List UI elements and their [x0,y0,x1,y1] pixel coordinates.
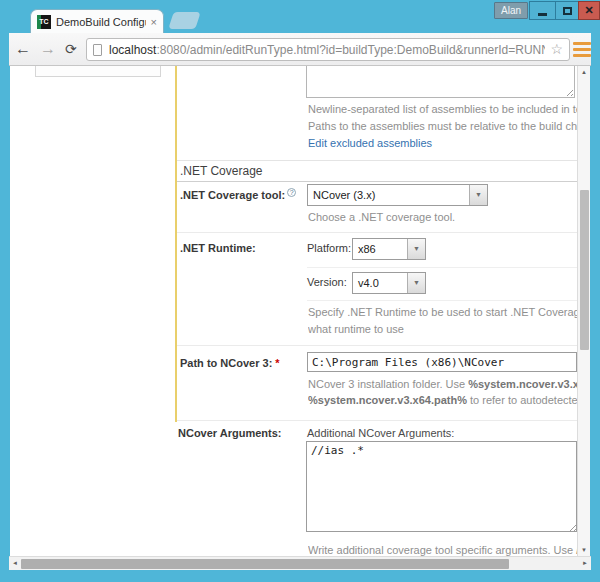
chrome-menu-icon[interactable] [573,41,591,58]
ncover-args-sublabel: Additional NCover Arguments: [307,427,454,439]
coverage-tool-label-text: .NET Coverage tool: [180,189,285,201]
dropdown-arrow-icon[interactable]: ▼ [469,185,487,205]
url-host: localhost [109,43,156,57]
row-divider [177,345,577,346]
scroll-right-icon[interactable]: ► [579,557,591,570]
close-window-button[interactable]: ✕ [578,1,600,20]
forward-icon[interactable]: → [40,37,56,61]
reload-icon[interactable]: ⟳ [65,37,77,61]
runtime-label: .NET Runtime: [180,242,256,254]
assemblies-textarea[interactable] [306,66,575,98]
browser-toolbar: ← → ⟳ localhost:8080/admin/editRunType.h… [9,33,591,66]
teamcity-favicon-icon: TC [37,15,51,29]
dropdown-arrow-icon[interactable]: ▼ [407,273,425,293]
vertical-scrollbar-thumb[interactable] [580,190,589,350]
ncover-args-textarea[interactable]: //ias .* [306,441,577,532]
horizontal-scrollbar-thumb[interactable] [21,559,509,569]
url-text[interactable]: localhost:8080/admin/editRunType.html?id… [109,43,545,57]
platform-label: Platform: [307,242,351,254]
version-value: v4.0 [358,277,379,289]
runtime-hint-line2: what runtime to use [308,323,577,335]
coverage-tool-value: NCover (3.x) [313,189,375,201]
platform-value: x86 [358,243,376,255]
scrolled-partial-element [35,66,161,77]
sub-divider [307,300,577,301]
help-icon[interactable]: ? [287,188,296,197]
ncover-path-label-text: Path to NCover 3: [180,357,275,369]
modified-settings-marker [175,66,177,422]
section-divider [177,160,577,161]
section-title: .NET Coverage [180,164,262,178]
platform-select[interactable]: x86 ▼ [352,238,426,260]
ncover-args-hint: Write additional coverage tool specific … [308,544,577,556]
resize-grip-icon[interactable] [564,87,573,96]
assemblies-hint-text: Newline-separated list of assemblies to … [308,103,577,115]
minimize-icon [538,13,547,16]
dropdown-arrow-icon[interactable]: ▼ [407,239,425,259]
menu-bar [573,54,591,57]
ncover-args-label: NCover Arguments: [178,427,282,439]
coverage-tool-hint: Choose a .NET coverage tool. [308,211,577,223]
version-select[interactable]: v4.0 ▼ [352,272,426,294]
maximize-button[interactable] [555,1,579,20]
vertical-scrollbar[interactable]: ▲ ▼ [577,66,590,556]
runtime-hint-line1: Specify .NET Runtime to be used to start… [308,306,577,318]
user-account-button[interactable]: Alan [494,2,528,19]
sub-divider [307,267,577,268]
menu-bar [573,42,591,45]
version-label: Version: [307,276,347,288]
assemblies-hint-line2: Paths to the assemblies must be relative… [308,120,577,132]
minimize-button[interactable] [529,1,556,20]
coverage-tool-select[interactable]: NCover (3.x) ▼ [307,184,488,206]
browser-window: TC DemoBuild Configuration × Alan ✕ ← → … [0,0,600,582]
section-title-underline [177,181,577,182]
page-content: Newline-separated list of assemblies to … [10,66,577,556]
scroll-left-icon[interactable]: ◄ [9,557,21,570]
row-divider [177,232,577,233]
row-divider [177,420,577,421]
required-mark: * [275,357,279,369]
close-icon: ✕ [584,4,593,17]
scroll-up-icon[interactable]: ▲ [578,66,590,78]
browser-tab[interactable]: TC DemoBuild Configuration × [30,9,164,33]
ncover-path-label: Path to NCover 3: * [180,357,280,369]
maximize-icon [563,7,572,15]
ncover-path-hint-line2: %system.ncover.v3.x64.path% to refer to … [308,394,577,406]
ncover-path-hint-line1: NCover 3 installation folder. Use %syste… [308,378,577,390]
tab-title: DemoBuild Configuration [56,16,146,28]
horizontal-scrollbar[interactable]: ◄ ► [9,556,591,570]
url-path: :8080/admin/editRunType.html?id=buildTyp… [156,43,545,57]
edit-excluded-assemblies-link[interactable]: Edit excluded assemblies [308,137,432,149]
scroll-down-icon[interactable]: ▼ [578,544,590,556]
assemblies-hint-line1: Newline-separated list of assemblies to … [308,103,577,115]
new-tab-button[interactable] [168,12,201,29]
address-bar[interactable]: localhost:8080/admin/editRunType.html?id… [86,38,570,61]
tab-close-icon[interactable]: × [151,16,157,28]
coverage-tool-label: .NET Coverage tool:? [180,188,296,201]
ncover-path-input[interactable] [307,352,577,372]
bookmark-star-icon[interactable]: ☆ [550,41,563,57]
page-icon [93,44,102,56]
back-icon[interactable]: ← [15,37,31,61]
menu-bar [573,48,591,51]
